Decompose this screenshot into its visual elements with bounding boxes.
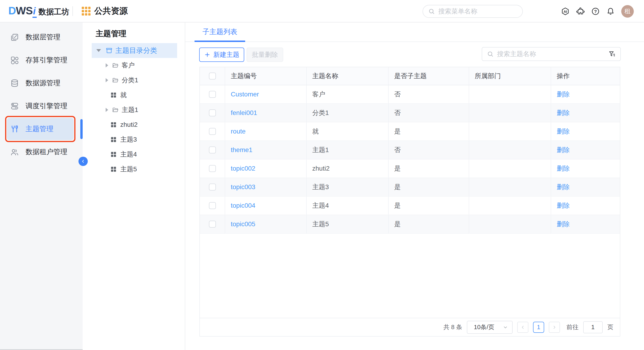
row-checkbox[interactable] [209, 109, 216, 116]
plugin-puzzle-icon[interactable] [576, 7, 585, 16]
row-checkbox[interactable] [209, 165, 216, 172]
tree-node[interactable]: 就 [83, 88, 185, 102]
topic-grid-icon [110, 121, 117, 128]
sidebar-item-label: 主题管理 [26, 124, 54, 134]
tab-sub-topic-list[interactable]: 子主题列表 [194, 22, 245, 42]
column-header-actions: 操作 [551, 67, 620, 85]
menu-search-input[interactable] [438, 8, 522, 15]
tree-node-root[interactable]: 主题目录分类 [92, 43, 177, 58]
next-page-button[interactable] [549, 322, 560, 333]
goto-label: 前往 [566, 323, 578, 331]
sidebar-item-scheduler[interactable]: 调度引擎管理 [7, 95, 74, 117]
logo-letters-ws: WS [16, 4, 32, 17]
search-icon [487, 50, 494, 57]
delete-link[interactable]: 删除 [557, 146, 570, 154]
category-box-icon [106, 47, 112, 54]
topic-code-link[interactable]: theme1 [231, 146, 252, 154]
folder-icon [112, 106, 119, 113]
row-checkbox[interactable] [209, 128, 216, 135]
brand-logo: DWSi 数据工坊 [8, 4, 69, 18]
sidebar-item-tenant[interactable]: 数据租户管理 [7, 141, 74, 163]
help-icon[interactable]: ? [591, 7, 600, 16]
tree-node-label: 主题5 [120, 165, 137, 174]
database-icon [10, 79, 19, 88]
batch-delete-button[interactable]: 批量删除 [246, 47, 283, 62]
search-icon [428, 8, 435, 15]
sidebar-collapse-button[interactable] [78, 157, 88, 166]
tree-node-label: 主题4 [120, 150, 137, 159]
prev-page-button[interactable] [517, 322, 528, 333]
tree-node[interactable]: 主题5 [83, 162, 185, 176]
expand-caret-icon[interactable] [106, 78, 108, 82]
department-cell [469, 178, 551, 196]
tree-node[interactable]: 主题3 [83, 132, 185, 147]
page-size-select[interactable]: 10条/页 [467, 321, 512, 334]
sidebar-item-label: 存算引擎管理 [26, 55, 67, 65]
expand-caret-icon[interactable] [106, 63, 108, 67]
tree-node[interactable]: 主题1 [83, 102, 185, 117]
sidebar-item-datasource[interactable]: 数据源管理 [7, 72, 74, 94]
workspace-switcher[interactable]: 公共资源 [82, 5, 128, 17]
menu-search[interactable] [422, 5, 523, 18]
table-row: topic002 zhuti2 是 删除 [200, 160, 620, 178]
row-checkbox[interactable] [209, 91, 216, 98]
row-checkbox[interactable] [209, 183, 216, 190]
topic-code-link[interactable]: fenlei001 [231, 109, 257, 117]
tree-node-label: 就 [120, 91, 127, 99]
topic-code-link[interactable]: Customer [231, 91, 259, 98]
department-cell [469, 104, 551, 122]
delete-link[interactable]: 删除 [557, 201, 570, 210]
sidebar-item-topic-management[interactable]: 主题管理 [7, 118, 74, 140]
plus-icon [204, 51, 210, 58]
table-row: theme1 主题1 否 删除 [200, 141, 620, 160]
topic-code-link[interactable]: topic004 [231, 202, 255, 209]
batch-delete-label: 批量删除 [252, 50, 278, 59]
select-all-checkbox[interactable] [209, 73, 216, 79]
panel-title: 主题管理 [96, 28, 126, 39]
collapse-caret-icon[interactable] [96, 49, 101, 52]
topic-grid-icon [110, 92, 117, 99]
row-checkbox[interactable] [209, 147, 216, 154]
tree-node[interactable]: zhuti2 [83, 117, 185, 132]
page-number-button[interactable]: 1 [533, 322, 544, 333]
column-header-is-sub: 是否子主题 [389, 67, 469, 85]
delete-link[interactable]: 删除 [557, 220, 570, 228]
topic-name-cell: zhuti2 [307, 160, 389, 177]
topic-code-link[interactable]: topic005 [231, 220, 255, 228]
ai-assistant-icon[interactable]: AI [561, 7, 570, 16]
tree-node[interactable]: 客户 [83, 58, 185, 73]
topic-code-link[interactable]: topic003 [231, 183, 255, 191]
new-topic-button[interactable]: 新建主题 [199, 47, 244, 62]
table-row: topic005 主题5 是 删除 [200, 215, 620, 234]
notification-bell-icon[interactable] [606, 7, 615, 16]
page-unit-label: 页 [607, 323, 613, 331]
row-checkbox[interactable] [209, 221, 216, 228]
delete-link[interactable]: 删除 [557, 164, 570, 173]
sidebar-item-compute-engine[interactable]: 存算引擎管理 [7, 49, 74, 71]
expand-caret-icon[interactable] [106, 108, 108, 112]
delete-link[interactable]: 删除 [557, 90, 570, 99]
column-header-dept: 所属部门 [469, 67, 551, 85]
avatar[interactable]: 租 [621, 5, 634, 18]
is-sub-topic-cell: 否 [389, 104, 469, 122]
topic-search-input[interactable] [497, 50, 605, 58]
delete-link[interactable]: 删除 [557, 183, 570, 191]
filter-funnel-icon[interactable] [608, 50, 616, 58]
goto-page-input[interactable] [583, 321, 603, 333]
topic-search[interactable] [482, 47, 621, 61]
svg-text:AI: AI [564, 9, 567, 13]
topic-code-link[interactable]: route [231, 128, 246, 135]
department-cell [469, 196, 551, 215]
delete-link[interactable]: 删除 [557, 109, 570, 117]
delete-link[interactable]: 删除 [557, 127, 570, 136]
tree-node[interactable]: 分类1 [83, 73, 185, 88]
chevron-right-icon [552, 325, 557, 330]
topic-tree-panel: 主题管理 主题目录分类 客户 分类1 就 主题1 [83, 22, 185, 350]
tree-node-label: 主题1 [122, 105, 138, 114]
topic-code-link[interactable]: topic002 [231, 165, 255, 172]
tree-node[interactable]: 主题4 [83, 147, 185, 162]
row-checkbox[interactable] [209, 202, 216, 209]
is-sub-topic-cell: 否 [389, 85, 469, 103]
tree-node-label: 主题3 [120, 135, 137, 144]
sidebar-item-data-layer[interactable]: 数据层管理 [7, 26, 74, 48]
